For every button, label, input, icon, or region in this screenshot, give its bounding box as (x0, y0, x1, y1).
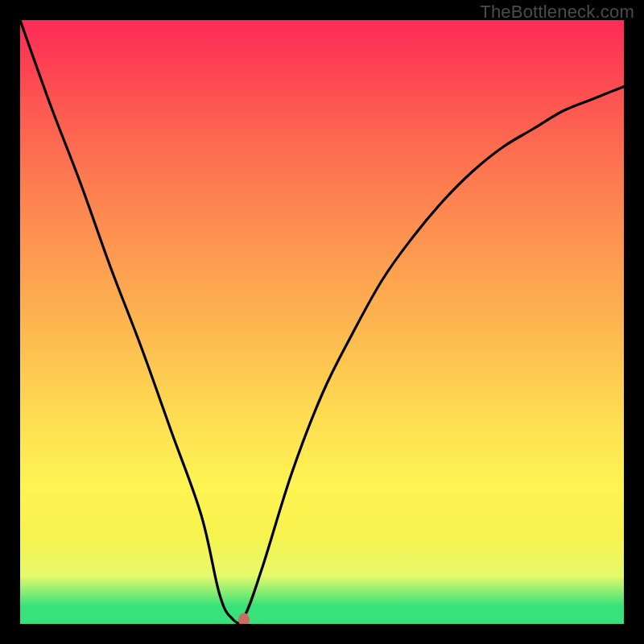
watermark-text: TheBottleneck.com (480, 2, 634, 23)
plot-area (20, 20, 624, 624)
chart-frame: TheBottleneck.com (0, 0, 644, 644)
curve-path (20, 20, 624, 623)
bottleneck-curve (20, 20, 624, 624)
optimal-point-marker (238, 613, 250, 625)
